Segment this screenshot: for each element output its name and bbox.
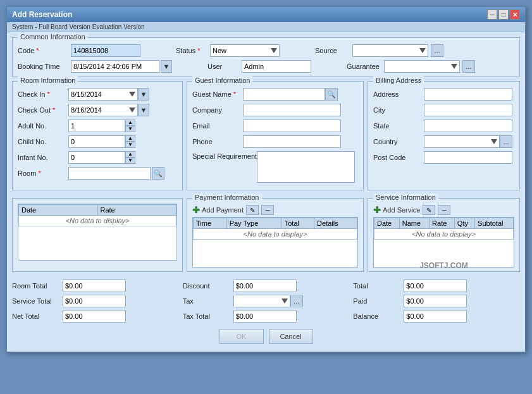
booking-time-dropdown[interactable]: ▼ xyxy=(161,60,172,73)
paid-input[interactable] xyxy=(404,295,467,307)
balance-label: Balance xyxy=(353,312,404,320)
svc-col-date: Date xyxy=(374,218,400,229)
check-in-dropdown[interactable]: ▼ xyxy=(138,88,149,101)
total-input[interactable] xyxy=(404,280,467,292)
child-down[interactable]: ▼ xyxy=(125,142,135,148)
room-total-input[interactable] xyxy=(63,280,126,292)
adult-up[interactable]: ▲ xyxy=(125,120,135,126)
check-out-select[interactable]: 8/16/2014 xyxy=(68,104,138,116)
special-req-textarea[interactable] xyxy=(257,151,355,183)
room-section-title: Room Information xyxy=(18,77,78,84)
ok-button[interactable]: OK xyxy=(220,329,264,344)
minimize-button[interactable]: ─ xyxy=(487,9,497,20)
guest-search-button[interactable]: 🔍 xyxy=(325,88,338,101)
payment-table: Time Pay Type Total Details <No data to … xyxy=(193,218,357,240)
balance-input[interactable] xyxy=(404,310,467,323)
maximize-button[interactable]: □ xyxy=(498,9,509,20)
pay-col-time: Time xyxy=(194,218,227,229)
title-buttons: ─ □ ✕ xyxy=(487,9,520,20)
country-select[interactable] xyxy=(424,135,500,148)
delete-service-button[interactable]: ─ xyxy=(438,205,450,215)
window-title: Add Reservation xyxy=(12,10,72,19)
service-total-input[interactable] xyxy=(63,295,126,307)
status-select[interactable]: New Confirmed Cancelled xyxy=(210,44,280,57)
window-subtitle: System - Full Board Version Evaluation V… xyxy=(7,22,525,32)
source-label: Source xyxy=(315,47,350,54)
address-input[interactable] xyxy=(424,88,512,101)
discount-input[interactable] xyxy=(233,280,297,292)
edit-service-button[interactable]: ✎ xyxy=(423,205,435,215)
room-total-label: Room Total xyxy=(12,282,63,290)
room-no-data: <No data to display> xyxy=(19,216,176,226)
totals-section: Room Total Service Total Net Total Disco… xyxy=(12,280,520,325)
guest-name-label: Guest Name * xyxy=(192,90,243,98)
svc-col-rate: Rate xyxy=(430,218,455,229)
company-label: Company xyxy=(192,106,243,114)
country-dots-button[interactable]: ... xyxy=(500,135,512,148)
infant-down[interactable]: ▼ xyxy=(125,157,135,164)
check-out-dropdown[interactable]: ▼ xyxy=(138,104,149,116)
edit-payment-button[interactable]: ✎ xyxy=(246,205,259,215)
infant-label: Infant No. xyxy=(18,154,68,161)
payment-section-title: Payment Information xyxy=(192,194,262,201)
common-info-section: Common Information Code * Status * New C… xyxy=(12,37,520,77)
city-input[interactable] xyxy=(424,104,512,116)
guarantee-dots-button[interactable]: ... xyxy=(462,60,475,73)
service-table-container: Date Name Rate Qty Subtotal <No data to … xyxy=(373,217,514,268)
guarantee-select[interactable] xyxy=(384,60,460,73)
source-dots-button[interactable]: ... xyxy=(431,44,443,57)
billing-section-title: Billing Address xyxy=(373,77,424,84)
check-in-label: Check In * xyxy=(18,90,68,98)
check-out-label: Check Out * xyxy=(18,106,68,114)
code-input[interactable] xyxy=(71,44,140,57)
adult-down[interactable]: ▼ xyxy=(125,126,135,132)
billing-section: Billing Address Address City State xyxy=(368,81,520,190)
payment-section: Payment Information ✚ Add Payment ✎ ─ xyxy=(187,198,364,272)
email-input[interactable] xyxy=(243,120,341,132)
title-bar: Add Reservation ─ □ ✕ xyxy=(7,7,525,22)
infant-input[interactable] xyxy=(68,151,125,164)
close-button[interactable]: ✕ xyxy=(510,9,520,20)
delete-payment-button[interactable]: ─ xyxy=(261,205,274,215)
address-label: Address xyxy=(373,90,424,98)
tax-label: Tax xyxy=(183,297,233,305)
user-input[interactable] xyxy=(242,60,311,73)
add-payment-label: Add Payment xyxy=(202,206,244,214)
payment-table-container: Time Pay Type Total Details <No data to … xyxy=(192,217,358,268)
svc-col-subtotal: Subtotal xyxy=(475,218,514,229)
paid-label: Paid xyxy=(353,297,404,305)
user-label: User xyxy=(207,63,239,70)
adult-input[interactable] xyxy=(68,120,125,132)
svc-col-name: Name xyxy=(399,218,429,229)
payment-no-data: <No data to display> xyxy=(194,229,357,240)
tax-dots-button[interactable]: ... xyxy=(290,295,303,307)
child-input[interactable] xyxy=(68,135,125,148)
service-total-label: Service Total xyxy=(12,297,63,305)
tax-total-input[interactable] xyxy=(233,310,297,323)
guest-name-input[interactable] xyxy=(243,88,325,101)
booking-time-input[interactable] xyxy=(71,60,159,73)
add-payment-button[interactable]: ✚ Add Payment xyxy=(192,205,244,215)
email-label: Email xyxy=(192,122,243,130)
postcode-input[interactable] xyxy=(424,151,512,164)
child-up[interactable]: ▲ xyxy=(125,135,135,142)
child-label: Child No. xyxy=(18,138,68,145)
company-input[interactable] xyxy=(243,104,341,116)
source-select[interactable] xyxy=(352,44,428,57)
add-service-button[interactable]: ✚ Add Service xyxy=(373,205,420,215)
room-table-section: Date Rate <No data to display> xyxy=(12,198,183,272)
footer-buttons: OK Cancel xyxy=(12,325,520,347)
add-service-label: Add Service xyxy=(383,206,420,214)
cancel-button[interactable]: Cancel xyxy=(269,329,313,344)
room-search-button[interactable]: 🔍 xyxy=(152,167,164,180)
window-body: Common Information Code * Status * New C… xyxy=(7,32,525,352)
room-input[interactable] xyxy=(68,167,151,180)
tax-select[interactable] xyxy=(233,295,290,307)
phone-input[interactable] xyxy=(243,135,341,148)
net-total-input[interactable] xyxy=(63,310,126,323)
infant-up[interactable]: ▲ xyxy=(125,151,135,157)
main-window: Add Reservation ─ □ ✕ System - Full Boar… xyxy=(6,6,526,352)
state-input[interactable] xyxy=(424,120,512,132)
check-in-select[interactable]: 8/15/2014 xyxy=(68,88,138,101)
common-section-title: Common Information xyxy=(18,33,88,40)
